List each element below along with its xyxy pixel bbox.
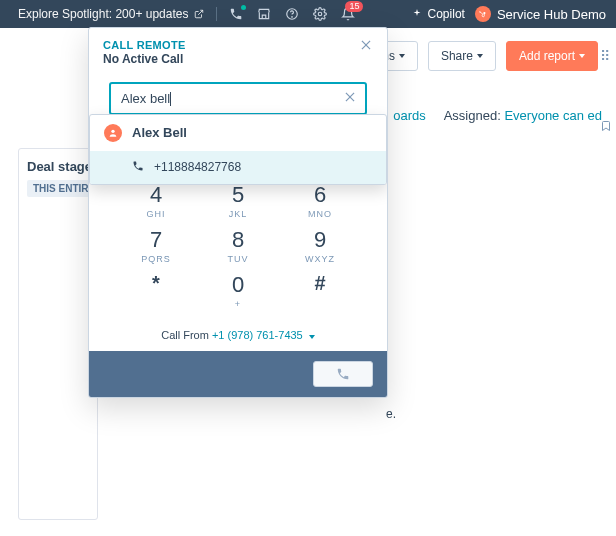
filter-chip[interactable]: THIS ENTIR <box>27 180 95 197</box>
report-card-title: Deal stage <box>27 159 89 174</box>
svg-point-2 <box>292 17 293 18</box>
text-cursor <box>170 92 171 106</box>
call-panel: CALL REMOTE No Active Call Alex bell Ale… <box>88 27 388 398</box>
dashboard-meta: oards Assigned: Everyone can ed <box>393 108 602 123</box>
dial-key-8[interactable]: 8 TUV <box>208 227 268 264</box>
assigned-label: Assigned: <box>444 108 501 123</box>
dial-key-4[interactable]: 4 GHI <box>126 182 186 219</box>
gear-icon <box>313 7 327 21</box>
svg-line-0 <box>199 10 204 15</box>
phone-nav-button[interactable] <box>229 7 243 21</box>
call-header-subtitle: No Active Call <box>103 52 186 68</box>
dropdown-contact-row[interactable]: Alex Bell <box>90 115 386 151</box>
dropdown-phone-number: +118884827768 <box>154 160 241 174</box>
add-report-button[interactable]: Add report <box>506 41 598 71</box>
external-link-icon <box>194 9 204 19</box>
assigned-value[interactable]: Everyone can ed <box>504 108 602 123</box>
phone-icon <box>132 160 144 175</box>
search-dropdown: Alex Bell +118884827768 <box>89 114 387 185</box>
close-call-panel-button[interactable] <box>359 38 373 56</box>
dropdown-contact-name: Alex Bell <box>132 125 187 140</box>
chevron-down-icon <box>399 54 405 58</box>
call-from-selector[interactable]: Call From +1 (978) 761-7435 <box>89 325 387 351</box>
add-report-label: Add report <box>519 49 575 63</box>
search-value: Alex bell <box>121 91 170 106</box>
call-panel-header: CALL REMOTE No Active Call <box>89 28 387 82</box>
svg-point-6 <box>480 11 481 12</box>
svg-point-3 <box>319 12 323 16</box>
call-header-title: CALL REMOTE <box>103 38 186 52</box>
spotlight-text: Explore Spotlight: 200+ updates <box>18 7 188 21</box>
call-search-wrap: Alex bell Alex Bell +118884827768 <box>89 82 387 122</box>
chevron-down-icon <box>579 54 585 58</box>
account-name: Service Hub Demo <box>497 7 606 22</box>
start-call-button[interactable] <box>313 361 373 387</box>
report-card: Deal stage THIS ENTIR <box>18 148 98 520</box>
share-button[interactable]: Share <box>428 41 496 71</box>
svg-line-5 <box>480 11 483 14</box>
dial-key-hash[interactable]: # <box>290 272 350 309</box>
settings-nav-button[interactable] <box>313 7 327 21</box>
dial-key-0[interactable]: 0 + <box>208 272 268 309</box>
stray-text: e. <box>386 407 396 421</box>
svg-point-4 <box>484 11 486 13</box>
copilot-label: Copilot <box>428 7 465 21</box>
contact-avatar-icon <box>104 124 122 142</box>
share-label: Share <box>441 49 473 63</box>
top-nav: Explore Spotlight: 200+ updates 15 Copil… <box>0 0 616 28</box>
dial-key-7[interactable]: 7 PQRS <box>126 227 186 264</box>
help-nav-button[interactable] <box>285 7 299 21</box>
dial-key-6[interactable]: 6 MNO <box>290 182 350 219</box>
spotlight-link[interactable]: Explore Spotlight: 200+ updates <box>18 7 204 21</box>
dial-key-9[interactable]: 9 WXYZ <box>290 227 350 264</box>
dropdown-phone-row[interactable]: +118884827768 <box>90 151 386 184</box>
dashboards-link[interactable]: oards <box>393 108 426 123</box>
sparkle-icon <box>411 8 423 20</box>
call-from-label: Call From <box>161 329 212 341</box>
chevron-down-icon <box>309 335 315 339</box>
copilot-button[interactable]: Copilot <box>411 7 465 21</box>
store-icon <box>257 7 271 21</box>
hubspot-logo-icon <box>475 6 491 22</box>
marketplace-nav-button[interactable] <box>257 7 271 21</box>
svg-point-11 <box>111 130 114 133</box>
close-icon <box>343 90 357 104</box>
notifications-nav-button[interactable]: 15 <box>341 7 355 21</box>
notification-badge: 15 <box>345 1 363 12</box>
phone-status-dot <box>241 5 246 10</box>
phone-icon <box>336 367 350 381</box>
close-icon <box>359 38 373 52</box>
chevron-down-icon <box>477 54 483 58</box>
clear-search-button[interactable] <box>343 90 357 108</box>
dial-key-star[interactable]: * <box>126 272 186 309</box>
nav-icon-group: 15 <box>229 7 355 21</box>
call-search-input[interactable]: Alex bell <box>109 82 367 116</box>
grip-icon[interactable]: ⠿ <box>600 48 612 64</box>
account-switcher[interactable]: Service Hub Demo <box>475 6 606 22</box>
nav-divider <box>216 7 217 21</box>
help-icon <box>285 7 299 21</box>
call-from-number: +1 (978) 761-7435 <box>212 329 303 341</box>
dial-key-5[interactable]: 5 JKL <box>208 182 268 219</box>
call-panel-footer <box>89 351 387 397</box>
